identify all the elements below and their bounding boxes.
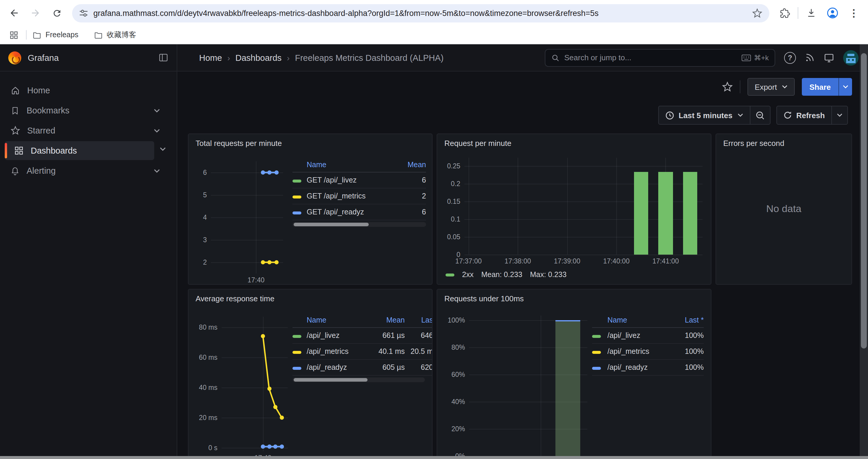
downloads-icon[interactable] xyxy=(803,5,819,21)
sidebar-item-bookmarks[interactable]: Bookmarks xyxy=(5,101,171,120)
favorite-star-icon[interactable] xyxy=(722,81,733,92)
legend-header-last[interactable]: Las xyxy=(405,316,433,324)
legend-scrollbar[interactable] xyxy=(292,378,425,382)
panel-title: Request per minute xyxy=(444,139,512,148)
chevron-down-icon xyxy=(737,113,743,117)
legend-header-last[interactable]: Last * xyxy=(671,316,704,324)
bookmark-star-icon[interactable] xyxy=(752,8,762,18)
chevron-down-icon xyxy=(843,85,848,89)
series-color-2xx xyxy=(445,273,454,276)
bookmarks-bar: Freeleaps 收藏博客 xyxy=(0,26,868,44)
url-text: grafana.mathmast.com/d/deytv4rwavabkb/fr… xyxy=(93,8,747,18)
time-controls: Last 5 minutes Refresh xyxy=(658,106,848,125)
search-input[interactable]: Search or jump to... ⌘+k xyxy=(545,49,775,66)
kiosk-monitor-icon[interactable] xyxy=(824,52,834,63)
breadcrumb: Home › Dashboards › Freeleaps Metrics Da… xyxy=(177,44,545,71)
no-data-message: No data xyxy=(716,203,851,215)
time-range-picker[interactable]: Last 5 minutes xyxy=(658,106,749,124)
legend-row[interactable]: /api/_readyz 605 µs 620 xyxy=(292,360,433,376)
sidebar: Home Bookmarks Starred Dashboards xyxy=(0,71,177,459)
reload-button[interactable] xyxy=(49,5,65,21)
bookmark-folder-freeleaps[interactable]: Freeleaps xyxy=(32,30,78,39)
grafana-app: Grafana Home › Dashboards › Freeleaps Me… xyxy=(0,44,868,459)
legend-table: Name Last * /api/_livez 100% /api/_metri… xyxy=(592,313,704,376)
series-color-readyz xyxy=(292,211,301,215)
legend-table: Name Mean Las /api/_livez 661 µs 646 xyxy=(292,313,433,382)
legend-header-name[interactable]: Name xyxy=(307,161,395,169)
area-plot[interactable]: 100%80%60%40%20%0%17:40 xyxy=(469,316,587,456)
bookmark-folder-blogs[interactable]: 收藏博客 xyxy=(94,30,136,40)
legend-row[interactable]: /api/_livez 661 µs 646 xyxy=(292,328,433,344)
bookmarks-divider xyxy=(26,30,27,40)
panel-errors-per-second[interactable]: Errors per second No data xyxy=(716,133,852,285)
collapse-sidebar-icon[interactable] xyxy=(158,53,168,63)
legend-row[interactable]: /api/_readyz 100% xyxy=(592,360,704,376)
grafana-header: Grafana Home › Dashboards › Freeleaps Me… xyxy=(0,44,868,71)
series-color-metrics xyxy=(292,351,301,354)
export-button[interactable]: Export xyxy=(748,78,795,96)
bar-plot[interactable]: 0.250.20.150.10.05017:37:0017:38:0017:39… xyxy=(464,158,703,255)
keyboard-icon xyxy=(742,54,751,61)
dashboards-grid-icon xyxy=(14,146,24,155)
legend-line[interactable]: 2xx Mean: 0.233 Max: 0.233 xyxy=(445,270,567,279)
zoom-out-time-button[interactable] xyxy=(750,106,770,124)
share-dropdown-button[interactable] xyxy=(838,78,852,96)
chevron-down-icon xyxy=(782,85,788,89)
zoom-out-icon xyxy=(755,111,764,120)
site-info-icon[interactable] xyxy=(79,8,88,18)
panel-total-requests[interactable]: Total requests per minute 6543217:40 Nam… xyxy=(188,133,433,285)
panel-under-100ms[interactable]: Requests under 100ms 100%80%60%40%20%0%1… xyxy=(437,289,711,459)
refresh-interval-dropdown[interactable] xyxy=(832,106,847,124)
timeseries-plot[interactable]: 80 ms60 ms40 ms20 ms0 s17:40 xyxy=(222,317,288,451)
breadcrumb-dashboards[interactable]: Dashboards xyxy=(236,53,282,62)
help-icon[interactable]: ? xyxy=(784,52,796,64)
chevron-down-icon[interactable] xyxy=(159,147,166,151)
legend-row[interactable]: /api/_livez 100% xyxy=(592,328,704,344)
sidebar-item-alerting[interactable]: Alerting xyxy=(5,161,171,180)
legend-row[interactable]: /api/_metrics 100% xyxy=(592,344,704,360)
sidebar-item-home[interactable]: Home xyxy=(5,81,171,100)
legend-header-mean[interactable]: Mean xyxy=(367,316,405,324)
panel-request-per-minute[interactable]: Request per minute 0.250.20.150.10.05017… xyxy=(437,133,711,285)
chevron-down-icon[interactable] xyxy=(154,169,160,173)
panel-title: Total requests per minute xyxy=(195,139,282,148)
grafana-logo[interactable] xyxy=(8,51,21,64)
refresh-button[interactable]: Refresh xyxy=(777,106,831,124)
address-bar[interactable]: grafana.mathmast.com/d/deytv4rwavabkb/fr… xyxy=(72,4,769,22)
folder-icon xyxy=(32,30,41,39)
legend-row[interactable]: GET /api/_metrics 2 xyxy=(292,189,426,204)
back-button[interactable] xyxy=(6,5,23,21)
chevron-down-icon[interactable] xyxy=(154,129,160,133)
refresh-group: Refresh xyxy=(776,106,848,125)
brand-area: Grafana xyxy=(0,44,177,71)
legend-row[interactable]: /api/_metrics 40.1 ms 20.5 m xyxy=(292,344,433,360)
profile-icon[interactable] xyxy=(824,5,841,21)
sidebar-item-dashboards[interactable]: Dashboards xyxy=(5,141,154,160)
forward-button[interactable] xyxy=(27,5,44,21)
timeseries-plot[interactable]: 6543217:40 xyxy=(211,161,283,273)
news-rss-icon[interactable] xyxy=(805,53,815,63)
panel-avg-response-time[interactable]: Average response time 80 ms60 ms40 ms20 … xyxy=(188,289,433,459)
browser-toolbar: grafana.mathmast.com/d/deytv4rwavabkb/fr… xyxy=(0,0,868,26)
legend-row[interactable]: GET /api/_readyz 6 xyxy=(292,204,426,220)
legend-header-name[interactable]: Name xyxy=(608,316,671,324)
series-color-livez xyxy=(292,179,301,183)
legend-row[interactable]: GET /api/_livez 6 xyxy=(292,172,426,189)
breadcrumb-home[interactable]: Home xyxy=(199,53,222,62)
screen: grafana.mathmast.com/d/deytv4rwavabkb/fr… xyxy=(0,0,868,459)
extensions-icon[interactable] xyxy=(776,5,793,21)
series-color-readyz xyxy=(592,367,601,370)
browser-menu-icon[interactable]: ⋮ xyxy=(845,5,862,21)
legend-header-mean[interactable]: Mean xyxy=(395,161,426,169)
sidebar-item-starred[interactable]: Starred xyxy=(5,121,171,140)
series-color-metrics xyxy=(592,351,601,354)
page-scrollbar-thumb[interactable] xyxy=(861,53,867,349)
legend-scrollbar[interactable] xyxy=(292,222,426,227)
legend-header-name[interactable]: Name xyxy=(307,316,367,324)
panel-title: Errors per second xyxy=(723,139,784,148)
apps-grid-icon[interactable] xyxy=(7,27,20,43)
share-button[interactable]: Share xyxy=(802,78,838,96)
chevron-down-icon[interactable] xyxy=(154,108,160,112)
user-avatar[interactable] xyxy=(843,50,859,65)
search-placeholder: Search or jump to... xyxy=(564,53,737,62)
